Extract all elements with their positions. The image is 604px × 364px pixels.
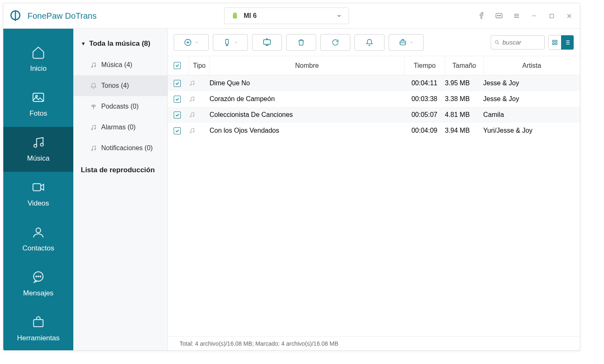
category-item-podcasts[interactable]: Podcasts (0) — [73, 96, 167, 117]
triangle-down-icon: ▼ — [81, 41, 86, 47]
menu-icon[interactable] — [512, 11, 522, 21]
svg-point-1 — [234, 14, 234, 14]
device-selector[interactable]: MI 6 — [224, 7, 349, 24]
svg-point-30 — [495, 40, 498, 43]
category-item-alarmas[interactable]: Alarmas (0) — [73, 117, 167, 138]
playlist-header[interactable]: Lista de reproducción — [73, 158, 167, 182]
svg-rect-18 — [34, 319, 43, 327]
cell-size: 3.38 MB — [445, 95, 483, 103]
svg-point-2 — [236, 14, 236, 14]
svg-rect-31 — [553, 40, 554, 42]
sidebar-item-contactos[interactable]: Contactos — [3, 217, 73, 262]
svg-point-5 — [499, 15, 499, 16]
svg-point-42 — [193, 131, 194, 132]
svg-point-36 — [193, 84, 194, 85]
svg-rect-27 — [226, 39, 229, 44]
col-header-artist[interactable]: Artista — [483, 56, 580, 75]
svg-point-11 — [40, 143, 43, 146]
svg-point-23 — [95, 128, 96, 129]
row-checkbox[interactable] — [174, 96, 181, 103]
svg-rect-34 — [555, 43, 557, 45]
svg-point-37 — [190, 100, 191, 102]
maximize-icon[interactable] — [547, 11, 557, 21]
music-icon — [189, 111, 210, 118]
search-icon — [494, 39, 500, 46]
refresh-button[interactable] — [320, 34, 350, 51]
cell-artist: Yuri/Jesse & Joy — [483, 127, 580, 134]
sidebar-item-fotos[interactable]: Fotos — [3, 82, 73, 127]
ringtone-button[interactable] — [354, 34, 384, 51]
svg-rect-12 — [33, 184, 40, 191]
row-checkbox[interactable] — [174, 80, 181, 87]
sidebar-item-label: Contactos — [22, 244, 55, 253]
svg-rect-28 — [264, 40, 271, 44]
row-checkbox[interactable] — [174, 111, 181, 119]
table-row[interactable]: Con los Ojos Vendados 00:04:09 3.94 MB Y… — [168, 123, 580, 139]
android-icon — [231, 12, 239, 20]
category-item-musica[interactable]: Música (4) — [73, 54, 167, 75]
col-header-type[interactable]: Tipo — [189, 56, 210, 75]
svg-point-24 — [92, 149, 93, 151]
export-device-button[interactable] — [213, 34, 248, 51]
sidebar-item-inicio[interactable]: Inicio — [3, 37, 73, 82]
status-text: Total: 4 archivo(s)/16.08 MB; Marcado: 4… — [180, 340, 338, 347]
category-item-tonos[interactable]: Tonos (4) — [73, 75, 167, 96]
sidebar-item-mensajes[interactable]: Mensajes — [3, 262, 73, 307]
sidebar-item-label: Videos — [27, 199, 49, 208]
svg-point-21 — [93, 106, 94, 107]
app-title: FonePaw DoTrans — [27, 11, 97, 21]
svg-point-20 — [95, 65, 96, 67]
feedback-icon[interactable] — [494, 11, 504, 21]
svg-point-39 — [190, 116, 191, 117]
sidebar-item-label: Música — [27, 154, 50, 163]
category-header[interactable]: ▼ Toda la música (8) — [73, 36, 167, 54]
sidebar-item-label: Inicio — [30, 64, 47, 73]
facebook-icon[interactable] — [477, 11, 487, 21]
cell-size: 3.94 MB — [445, 127, 483, 134]
view-list-button[interactable] — [561, 35, 574, 50]
svg-rect-32 — [555, 40, 557, 42]
add-button[interactable] — [174, 34, 209, 51]
minimize-icon[interactable] — [529, 11, 539, 21]
col-header-size[interactable]: Tamaño — [445, 56, 483, 75]
device-name: MI 6 — [244, 12, 257, 20]
cell-artist: Jesse & Joy — [483, 95, 580, 103]
category-item-label: Música (4) — [101, 61, 132, 69]
cell-time: 00:04:11 — [404, 79, 445, 87]
row-checkbox[interactable] — [174, 127, 181, 134]
status-bar: Total: 4 archivo(s)/16.08 MB; Marcado: 4… — [168, 336, 580, 350]
delete-button[interactable] — [286, 34, 316, 51]
svg-point-35 — [190, 84, 191, 86]
sidebar-item-videos[interactable]: Videos — [3, 172, 73, 217]
cell-name: Con los Ojos Vendados — [210, 127, 404, 134]
sidebar-item-herramientas[interactable]: Herramientas — [3, 307, 73, 351]
app-logo-icon — [9, 10, 22, 22]
cell-size: 3.95 MB — [445, 79, 483, 87]
sidebar-item-label: Mensajes — [23, 289, 54, 297]
cell-name: Corazón de Campeón — [210, 95, 404, 103]
export-pc-button[interactable] — [252, 34, 282, 51]
category-item-label: Notificaciones (0) — [101, 144, 153, 152]
cell-name: Dime Que No — [210, 79, 404, 87]
toolbox-button[interactable] — [389, 34, 424, 51]
svg-point-16 — [38, 276, 39, 277]
sidebar: Inicio Fotos Música Videos Contactos Men… — [3, 29, 73, 350]
table-row[interactable]: Corazón de Campeón 00:03:38 3.38 MB Jess… — [168, 91, 580, 107]
sidebar-item-musica[interactable]: Música — [3, 127, 73, 172]
col-header-name[interactable]: Nombre — [210, 56, 404, 75]
view-grid-button[interactable] — [549, 35, 561, 50]
col-header-time[interactable]: Tiempo — [404, 56, 445, 75]
cell-size: 4.81 MB — [445, 111, 483, 119]
music-icon — [189, 80, 210, 87]
search-input-wrap[interactable] — [491, 35, 545, 50]
svg-point-25 — [95, 149, 96, 150]
table-row[interactable]: Coleccionista De Canciones 00:05:07 4.81… — [168, 107, 580, 123]
close-icon[interactable] — [564, 11, 574, 21]
music-icon — [189, 96, 210, 102]
table-row[interactable]: Dime Que No 00:04:11 3.95 MB Jesse & Joy — [168, 75, 580, 91]
category-item-notificaciones[interactable]: Notificaciones (0) — [73, 138, 167, 158]
toolbar — [168, 29, 580, 56]
select-all-checkbox[interactable] — [174, 62, 181, 69]
search-input[interactable] — [502, 39, 541, 46]
table-header: Tipo Nombre Tiempo Tamaño Artista — [168, 56, 580, 75]
